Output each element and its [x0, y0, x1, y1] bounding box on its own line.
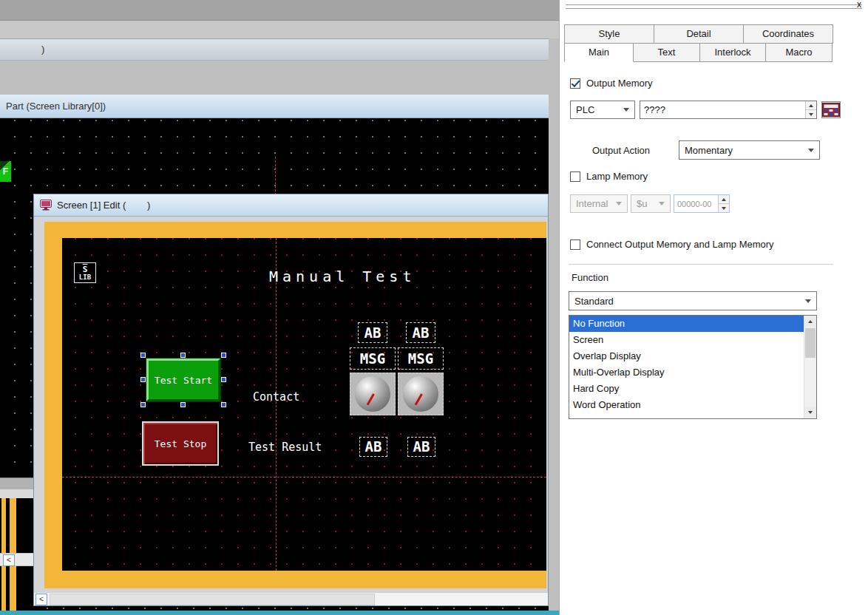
checkbox-icon[interactable] [570, 239, 580, 250]
contact-label[interactable]: Contact [253, 390, 299, 404]
library-part-icon[interactable]: F [0, 161, 11, 182]
lamp-object[interactable]: AB MSG [398, 322, 444, 415]
selection-handle[interactable] [140, 377, 146, 382]
lamp-memory-checkbox[interactable]: Lamp Memory [570, 171, 648, 182]
lamp-subdevice-dropdown: $u [631, 194, 671, 213]
address-spinner [805, 101, 816, 118]
background-edit-window: < [0, 478, 33, 615]
lamp-address-spin-buttons [718, 195, 729, 212]
list-item[interactable]: Word Operation [569, 397, 804, 413]
device-type-dropdown[interactable]: PLC [570, 101, 635, 119]
scrollbar-thumb[interactable] [805, 328, 816, 358]
lamp-msg-text[interactable]: MSG [398, 347, 444, 370]
test-result-label[interactable]: Test Result [248, 441, 322, 454]
list-item[interactable]: Multi-Overlap Display [569, 364, 804, 381]
scroll-left-button[interactable]: < [35, 594, 47, 605]
checkbox-icon[interactable] [570, 171, 580, 182]
hmi-canvas-frame: S LIB Manual Test Test Start Test Stop [44, 222, 546, 588]
lamp-indicator[interactable] [350, 373, 396, 415]
address-input[interactable] [640, 101, 805, 118]
arrow-down-icon[interactable] [806, 109, 816, 118]
arrow-down-icon[interactable] [804, 407, 816, 418]
test-stop-button[interactable]: Test Stop [142, 421, 219, 466]
screen-window-title: Screen [1] Edit ( ) [57, 200, 150, 211]
center-guide-horizontal [62, 477, 546, 478]
output-action-label: Output Action [592, 145, 650, 156]
hmi-canvas[interactable]: S LIB Manual Test Test Start Test Stop [62, 238, 546, 571]
output-action-dropdown[interactable]: Momentary [679, 140, 820, 160]
scroll-left-icon: < [39, 595, 44, 603]
screen-title-text[interactable]: Manual Test [269, 268, 416, 285]
tab-row-1: Style Detail Coordinates [564, 24, 835, 44]
screen-window-titlebar[interactable]: Screen [1] Edit ( ) [34, 194, 548, 217]
mini-window-titlebar[interactable] [0, 478, 33, 489]
tab-coordinates[interactable]: Coordinates [743, 24, 833, 44]
arrow-down-icon[interactable] [719, 203, 729, 212]
tab-interlock[interactable]: Interlock [699, 43, 766, 62]
arrow-up-icon[interactable] [804, 316, 816, 327]
tab-main[interactable]: Main [564, 43, 634, 62]
close-icon[interactable]: x [854, 0, 864, 10]
lamp-address-value: 00000-00 [674, 195, 718, 212]
property-panel: x Style Detail Coordinates Main Text Int… [559, 0, 868, 615]
lamp-msg-text[interactable]: MSG [350, 347, 396, 370]
scrollbar-thumb[interactable] [50, 594, 375, 605]
function-dropdown-value: Standard [574, 296, 614, 307]
tab-style[interactable]: Style [564, 24, 654, 44]
device-type-value: PLC [576, 104, 594, 115]
output-memory-checkbox[interactable]: Output Memory [570, 78, 653, 89]
list-item[interactable]: Hard Copy [569, 381, 804, 397]
mini-horizontal-scrollbar[interactable]: < [0, 553, 33, 566]
lamp-tag-text[interactable]: AB [358, 322, 387, 343]
scroll-left-button[interactable]: < [3, 554, 15, 566]
list-item[interactable]: Overlap Display [569, 348, 804, 364]
tab-row-2: Main Text Interlock Macro [564, 43, 835, 62]
section-divider [569, 264, 833, 265]
background-window-titlebar[interactable]: ) [0, 38, 549, 61]
keypad-button[interactable] [821, 101, 841, 118]
lamp-object[interactable]: AB MSG [350, 322, 396, 415]
tab-macro[interactable]: Macro [765, 43, 833, 62]
lamp-sphere [403, 376, 438, 412]
test-start-button[interactable]: Test Start [146, 359, 220, 401]
list-item[interactable]: Screen [569, 332, 804, 348]
lib-badge-bottom: LIB [79, 273, 91, 281]
tab-text[interactable]: Text [633, 43, 700, 62]
chevron-down-icon [616, 202, 622, 205]
arrow-up-icon[interactable] [719, 195, 729, 203]
chevron-down-icon [659, 202, 665, 205]
list-scrollbar[interactable] [804, 316, 816, 418]
list-item[interactable]: No Function [569, 316, 804, 332]
screen-library-badge[interactable]: S LIB [74, 262, 96, 283]
result-tag[interactable]: AB [407, 437, 435, 457]
background-window-title: ) [0, 44, 44, 55]
selection-handle[interactable] [221, 377, 226, 382]
panel-grip[interactable] [566, 4, 862, 6]
application-window: ) Part (Screen Library[0]) F < [0, 0, 868, 615]
part-window-title: Part (Screen Library[0]) [0, 101, 106, 112]
tab-detail[interactable]: Detail [654, 24, 744, 44]
toolbar-area-lower [0, 21, 559, 38]
selection-handle[interactable] [140, 353, 146, 358]
lamp-needle [367, 393, 375, 405]
selection-handle[interactable] [180, 353, 186, 358]
selection-handle[interactable] [221, 402, 226, 407]
arrow-up-icon[interactable] [806, 101, 816, 109]
part-window-titlebar[interactable]: Part (Screen Library[0]) [0, 95, 549, 118]
connect-memory-label: Connect Output Memory and Lamp Memory [586, 239, 774, 250]
selection-handle[interactable] [221, 353, 226, 358]
result-tag[interactable]: AB [359, 437, 387, 457]
lib-badge-top: S [83, 265, 88, 273]
selection-handle[interactable] [140, 402, 146, 407]
selection-handle[interactable] [180, 402, 186, 407]
connect-memory-checkbox[interactable]: Connect Output Memory and Lamp Memory [570, 239, 774, 250]
panel-grip[interactable] [566, 8, 862, 10]
horizontal-scrollbar[interactable]: < [34, 592, 548, 605]
screen-edit-window: Screen [1] Edit ( ) S LIB Manual Test Te… [33, 194, 549, 606]
function-dropdown[interactable]: Standard [569, 291, 817, 310]
lamp-tag-text[interactable]: AB [406, 322, 435, 343]
chevron-down-icon [623, 108, 629, 112]
checkbox-checked-icon[interactable] [570, 78, 580, 89]
toolbar-area [0, 0, 559, 21]
lamp-indicator[interactable] [398, 373, 444, 415]
